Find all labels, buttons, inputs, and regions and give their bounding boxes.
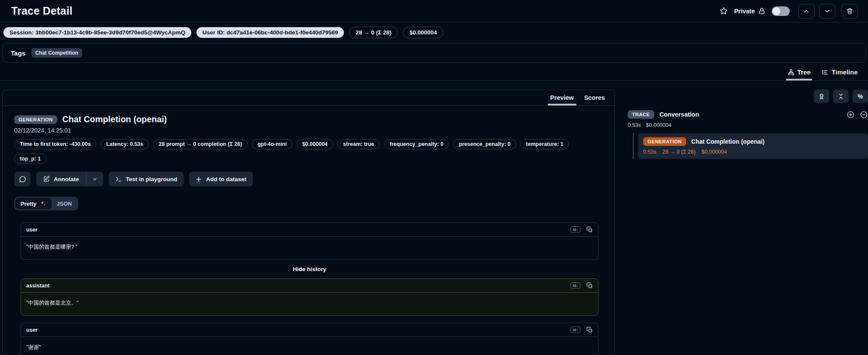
latency-badge: Latency: 0.53s [101,139,149,149]
observation-type-badge: GENERATION [14,115,57,124]
observation-header: GENERATION Chat Completion (openai) [14,114,603,124]
previous-trace-button[interactable] [798,4,815,19]
plus-icon [196,176,202,182]
session-badge[interactable]: Session: 3bb00ec7-1b13-4c9b-85ee-3d9d70f… [3,27,191,38]
page-header: Trace Detail Private [0,0,868,22]
tab-tree-label: Tree [797,68,811,76]
pretty-label: Pretty [21,201,37,207]
generation-name: Chat Completion (openai) [691,138,764,145]
message-tools: M↓ [570,327,593,333]
temperature-badge: temperature: 1 [521,139,569,149]
bookmark-star-icon[interactable] [719,6,728,15]
trace-latency: 0.53s [628,122,641,128]
tags-container: Tags Chat Competition [3,43,865,63]
markdown-toggle-icon[interactable]: M↓ [570,226,580,233]
collapse-icon [837,93,844,100]
comment-bubble-icon [19,176,26,183]
view-mode-tabs: Tree Timeline [0,65,868,81]
privacy-control: Private [734,7,766,15]
privacy-label: Private [734,8,755,15]
user-id-badge[interactable]: User ID: dc47a41e-06bc-400d-bde1-f0e440d… [196,27,344,38]
scores-award-button[interactable] [814,90,829,103]
collapse-minus-icon[interactable] [860,111,868,119]
tab-scores[interactable]: Scores [584,90,605,105]
message-content: "谢谢" [21,337,598,355]
page-title: Trace Detail [11,5,73,17]
award-icon [818,93,825,100]
tab-tree[interactable]: Tree [788,65,811,80]
toggle-thumb [773,7,780,15]
trace-name: Conversation [659,111,699,118]
metrics-percent-button[interactable]: % [853,90,868,103]
next-trace-button[interactable] [819,4,835,19]
message-role: user [26,327,37,333]
test-in-playground-label: Test in playground [126,176,178,182]
message-role: assistant [26,283,49,289]
tag-chip[interactable]: Chat Competition [31,48,82,58]
delete-trace-button[interactable] [841,4,858,19]
token-usage-badge: 28 → 0 (Σ 28) [349,27,398,38]
annotate-button[interactable]: Annotate [36,172,86,186]
trace-root-row[interactable]: TRACE Conversation [628,110,868,119]
privacy-toggle[interactable] [772,6,790,16]
copy-icon[interactable] [586,226,593,233]
json-label: JSON [57,201,72,207]
tree-children: GENERATION Chat Completion (openai) 0.53… [633,133,868,159]
expand-plus-icon[interactable] [847,111,855,119]
add-to-dataset-label: Add to dataset [206,176,246,182]
action-buttons: Annotate Test in playground [14,172,603,186]
generation-cost: $0.000004 [702,149,727,155]
trace-cost: $0.000004 [646,122,672,128]
terminal-icon [115,176,122,182]
message-role: user [26,227,37,233]
trace-type-badge: TRACE [628,110,654,119]
cost-badge: $0.000004 [403,27,443,38]
json-toggle[interactable]: JSON [52,198,77,209]
copy-icon[interactable] [586,327,593,333]
header-actions: Private [719,4,858,19]
markdown-toggle-icon[interactable]: M↓ [570,282,580,289]
generation-tree-row[interactable]: GENERATION Chat Completion (openai) 0.53… [638,133,868,159]
comments-button[interactable] [14,172,31,186]
trace-badge-row: Session: 3bb00ec7-1b13-4c9b-85ee-3d9d70f… [0,22,868,41]
trace-metrics: 0.53s $0.000004 [628,122,868,128]
test-in-playground-button[interactable]: Test in playground [109,172,184,186]
format-toggle: Pretty JSON [14,197,78,210]
top-p-badge: top_p: 1 [14,154,46,164]
copy-icon[interactable] [586,282,593,289]
message-user-2: user M↓ "谢谢" [21,323,598,355]
tab-preview[interactable]: Preview [550,90,574,105]
cost-badge: $0.000004 [297,139,333,149]
annotate-split-button: Annotate [36,172,103,186]
trace-tree-panel: % TRACE Conversation 0.53s $0.000004 GEN… [628,90,868,159]
pretty-toggle[interactable]: Pretty [15,198,52,209]
sparkles-icon [40,200,46,207]
message-tools: M↓ [570,226,593,233]
tab-timeline[interactable]: Timeline [822,65,858,80]
observation-meta-badges: Time to first token: -430.00s Latency: 0… [14,139,590,164]
time-to-first-token-badge: Time to first token: -430.00s [14,139,96,149]
tree-icon [788,69,794,76]
tags-label: Tags [11,49,25,57]
message-header: user M↓ [21,223,598,237]
observation-title: Chat Completion (openai) [62,114,167,124]
annotate-label: Annotate [54,176,79,182]
generation-tokens: 28 → 0 (Σ 28) [663,149,696,155]
timeline-icon [822,69,828,76]
collapse-all-button[interactable] [833,90,849,103]
message-list: user M↓ "中国的首都是哪里? " Hide history assist… [14,222,603,355]
observation-timestamp: 02/12/2024, 14:25:01 [14,127,603,134]
message-header: user M↓ [21,323,598,337]
generation-type-badge: GENERATION [643,137,686,146]
tree-toolbar: % [628,90,868,103]
frequency-penalty-badge: frequency_penalty: 0 [384,139,449,149]
panel-tabs: Preview Scores [3,90,614,106]
markdown-toggle-icon[interactable]: M↓ [570,327,580,333]
message-content: "中国的首都是北京。" [21,293,598,315]
lock-icon [758,7,766,15]
add-to-dataset-button[interactable]: Add to dataset [189,172,253,186]
hide-history-button[interactable]: Hide history [21,266,598,272]
annotate-dropdown-button[interactable] [86,172,103,186]
message-content: "中国的首都是哪里? " [21,237,598,259]
edit-icon [43,176,50,182]
